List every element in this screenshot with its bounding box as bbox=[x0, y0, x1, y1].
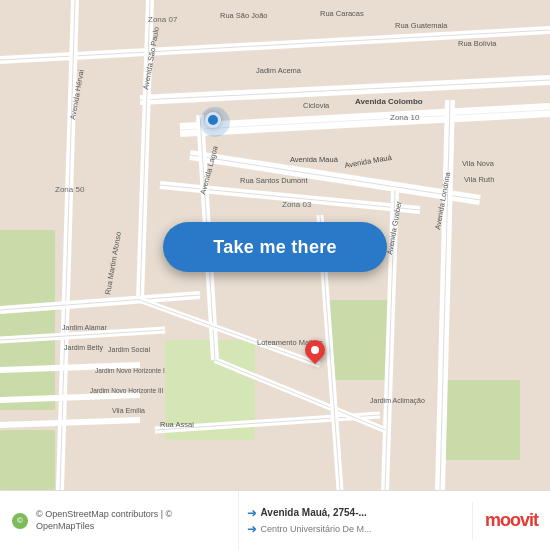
svg-text:Rua Assaí: Rua Assaí bbox=[160, 420, 195, 429]
svg-rect-4 bbox=[0, 430, 55, 490]
destination-marker bbox=[305, 340, 325, 368]
arrow-right-icon: ➜ bbox=[247, 506, 257, 520]
svg-rect-3 bbox=[440, 380, 520, 460]
svg-text:Vila Emília: Vila Emília bbox=[112, 407, 145, 414]
svg-text:Rua Caracas: Rua Caracas bbox=[320, 9, 364, 18]
take-me-there-button[interactable]: Take me there bbox=[163, 222, 387, 272]
svg-text:Avenida Colombo: Avenida Colombo bbox=[355, 97, 423, 106]
svg-text:Zona 07: Zona 07 bbox=[148, 15, 178, 24]
svg-text:Jardim Betty: Jardim Betty bbox=[64, 344, 103, 352]
svg-text:Rua Santos Dumont: Rua Santos Dumont bbox=[240, 176, 308, 185]
svg-text:Jardim Novo Horizonte III: Jardim Novo Horizonte III bbox=[90, 387, 164, 394]
moovit-logo: moovit bbox=[485, 510, 538, 531]
svg-rect-0 bbox=[0, 230, 55, 410]
svg-text:Vila Nova: Vila Nova bbox=[462, 159, 495, 168]
svg-text:Jardim Alamar: Jardim Alamar bbox=[62, 324, 107, 331]
svg-text:Jardim Social: Jardim Social bbox=[108, 346, 150, 353]
current-location-dot bbox=[205, 112, 221, 128]
svg-text:Vila Ruth: Vila Ruth bbox=[464, 175, 494, 184]
svg-rect-2 bbox=[330, 300, 390, 380]
svg-text:Rua São João: Rua São João bbox=[220, 11, 268, 20]
svg-text:Zona 10: Zona 10 bbox=[390, 113, 420, 122]
svg-line-8 bbox=[140, 80, 550, 100]
svg-text:Zona 50: Zona 50 bbox=[55, 185, 85, 194]
attribution-section: © © OpenStreetMap contributors | © OpenM… bbox=[0, 491, 239, 550]
to-location-label: Centro Universitário De M... bbox=[261, 524, 372, 534]
svg-text:Rua Martim Afonso: Rua Martim Afonso bbox=[103, 231, 123, 295]
map-container: Zona 07 Zona 50 Zona 03 Zona 10 Rua São … bbox=[0, 0, 550, 490]
svg-text:Jardim Novo Horizonte I: Jardim Novo Horizonte I bbox=[95, 367, 165, 374]
svg-line-16 bbox=[60, 0, 75, 490]
svg-text:Rua Guatemala: Rua Guatemala bbox=[395, 21, 448, 30]
svg-text:Zona 03: Zona 03 bbox=[282, 200, 312, 209]
svg-line-39 bbox=[0, 420, 140, 425]
arrow-right-icon-2: ➜ bbox=[247, 522, 257, 536]
osm-logo: © bbox=[10, 511, 30, 531]
svg-text:Jardim Aclimação: Jardim Aclimação bbox=[370, 397, 425, 405]
svg-text:Avenida Mauá: Avenida Mauá bbox=[344, 153, 393, 170]
svg-text:Jadim Acema: Jadim Acema bbox=[256, 66, 302, 75]
svg-text:Ciclovia: Ciclovia bbox=[303, 101, 330, 110]
svg-text:Avenida Mauá: Avenida Mauá bbox=[290, 155, 339, 164]
svg-text:Rua Bolívia: Rua Bolívia bbox=[458, 39, 497, 48]
attribution-text: © OpenStreetMap contributors | © OpenMap… bbox=[36, 509, 228, 532]
button-label: Take me there bbox=[213, 237, 337, 258]
from-location-label: Avenida Mauá, 2754-... bbox=[261, 506, 367, 519]
bottom-bar: © © OpenStreetMap contributors | © OpenM… bbox=[0, 490, 550, 550]
